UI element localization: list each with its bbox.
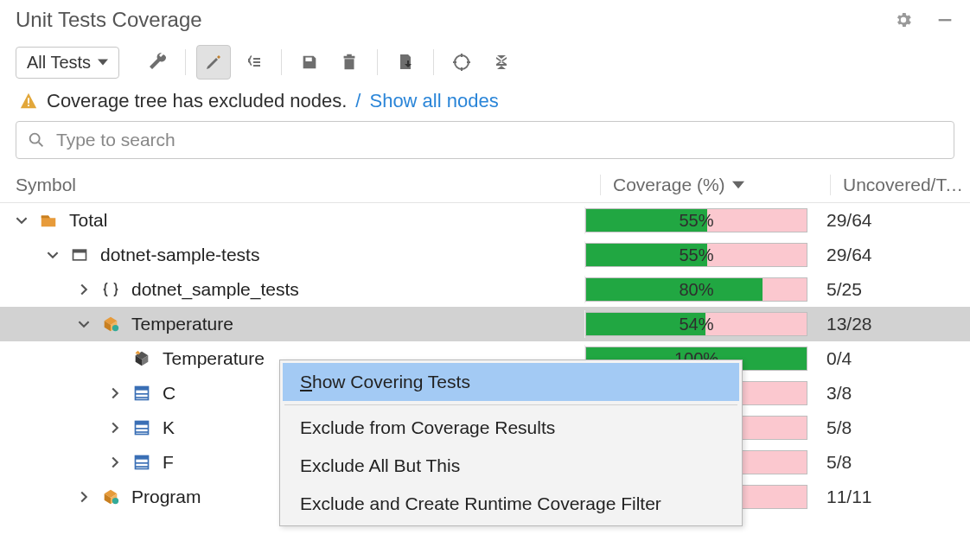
gear-icon[interactable] [890,7,916,33]
uncovered-count: 29/64 [814,245,970,265]
coverage-pct: 55% [586,244,807,266]
list-icon[interactable] [236,45,271,80]
coverage-bar: 55% [585,208,807,232]
chevron-down-icon[interactable] [16,214,33,226]
tree-row[interactable]: dotnet-sample-tests55%29/64 [0,238,970,272]
tree-label: K [163,417,175,438]
search-icon [27,130,46,150]
chevron-right-icon[interactable] [78,491,95,503]
target-icon[interactable] [444,45,479,80]
notice-text: Coverage tree has excluded nodes. [47,90,347,112]
col-uncovered[interactable]: Uncovered/Total Stmts. [830,175,970,195]
tree-label: C [163,383,175,404]
search-input[interactable] [54,129,943,151]
chevron-right-icon[interactable] [109,387,126,399]
toolbar: All Tests [0,40,970,85]
ns-icon [100,279,121,300]
svg-rect-9 [136,387,149,391]
uncovered-count: 0/4 [814,348,970,369]
chevron-right-icon[interactable] [78,283,95,296]
highlight-icon[interactable] [196,45,231,80]
coverage-bar: 80% [585,277,807,302]
svg-point-7 [112,325,118,331]
collapse-icon[interactable] [484,45,519,80]
uncovered-count: 3/8 [814,383,970,404]
uncovered-count: 13/28 [814,314,970,334]
tree-label: Total [69,210,107,231]
coverage-pct: 54% [586,313,807,335]
coverage-bar: 54% [585,312,807,336]
tree-label: F [163,452,174,473]
chevron-right-icon[interactable] [109,422,126,434]
minimize-icon[interactable] [932,7,958,33]
coverage-pct: 55% [586,209,807,232]
svg-rect-6 [73,250,86,252]
coverage-pct: 80% [586,278,807,301]
svg-rect-13 [136,422,149,425]
warning-icon [19,92,38,111]
show-all-link[interactable]: Show all nodes [369,90,498,112]
struct-icon [131,383,152,404]
tree-label: Temperature [131,314,233,334]
export-icon[interactable] [388,45,423,80]
ns2-icon [100,314,121,334]
context-menu: Show Covering Tests Exclude from Coverag… [279,360,743,526]
ctx-show-covering-tests[interactable]: Show Covering Tests [283,363,739,401]
wrench-icon[interactable] [140,45,175,80]
tests-dropdown-label: All Tests [27,53,91,73]
uncovered-count: 11/11 [814,487,970,507]
tree-label: Program [131,487,201,507]
save-icon[interactable] [292,45,327,80]
svg-rect-0 [939,19,952,21]
ns2-icon [100,487,121,507]
tests-dropdown[interactable]: All Tests [16,47,119,79]
uncovered-count: 5/8 [814,452,970,473]
tree-label: Temperature [163,348,265,369]
trash-icon[interactable] [332,45,367,80]
project-icon [69,245,90,265]
chevron-right-icon[interactable] [109,456,126,468]
ctx-exclude[interactable]: Exclude from Coverage Results [283,409,739,447]
svg-point-20 [112,498,118,504]
uncovered-count: 5/8 [814,417,970,438]
struct-icon [131,452,152,473]
tree-row[interactable]: dotnet_sample_tests80%5/25 [0,272,970,307]
chevron-down-icon[interactable] [47,249,64,261]
total-icon [38,210,59,231]
tree-label: dotnet-sample-tests [100,245,259,265]
svg-rect-17 [136,456,149,460]
tree-label: dotnet_sample_tests [131,279,299,300]
col-symbol[interactable]: Symbol [16,175,600,195]
tree-row[interactable]: Total55%29/64 [0,203,970,238]
coverage-bar: 55% [585,243,807,267]
window-title: Unit Tests Coverage [16,8,202,32]
uncovered-count: 5/25 [814,279,970,300]
search-input-container[interactable] [16,121,954,159]
col-coverage[interactable]: Coverage (%) [600,175,830,195]
svg-rect-2 [28,98,29,103]
class-icon [131,348,152,369]
chevron-down-icon[interactable] [78,318,95,330]
svg-point-1 [455,55,469,69]
svg-rect-3 [28,105,29,106]
tree-row[interactable]: Temperature54%13/28 [0,307,970,341]
struct-icon [131,417,152,438]
ctx-exclude-filter[interactable]: Exclude and Create Runtime Coverage Filt… [283,485,739,523]
ctx-exclude-all-but[interactable]: Exclude All But This [283,447,739,485]
svg-point-4 [30,134,40,143]
uncovered-count: 29/64 [814,210,970,231]
